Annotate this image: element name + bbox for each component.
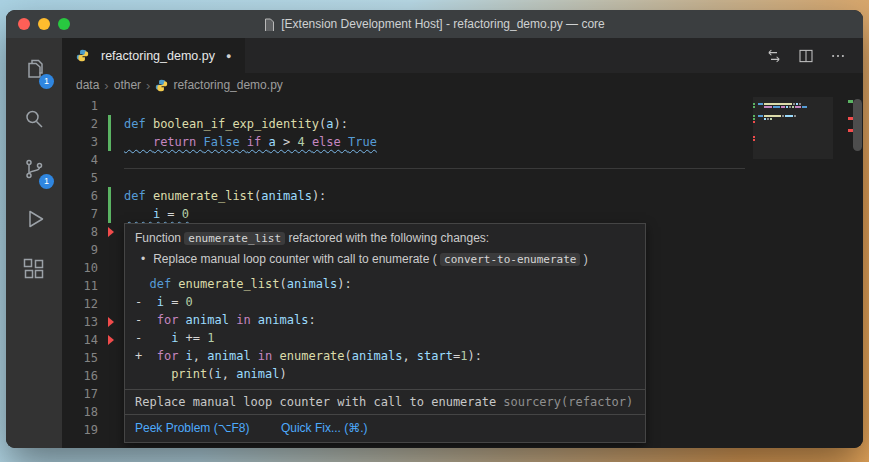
code-token: start [417,349,453,363]
minimap-line [753,109,833,111]
close-button[interactable] [18,18,30,30]
gutter-deleted-indicator[interactable] [106,223,124,241]
code-text[interactable]: def boolean_if_exp_identity(a): [124,115,348,133]
code-token: ( [345,349,352,363]
line-number[interactable]: 15 [62,349,106,367]
minimize-button[interactable] [38,18,50,30]
line-number[interactable]: 10 [62,259,106,277]
code-text[interactable]: def enumerate_list(animals): [124,187,326,205]
code-line[interactable]: 2def boolean_if_exp_identity(a): [62,115,863,133]
code-token: animals [258,313,309,327]
activity-item-source-control[interactable]: 1 [6,144,62,194]
line-number[interactable]: 11 [62,277,106,295]
minimap-line [753,106,833,108]
gutter-spacer [106,169,124,187]
activity-item-explorer[interactable]: 1 [6,44,62,94]
code-token: 1 [207,331,214,345]
modified-dot[interactable]: ● [226,51,231,61]
line-number[interactable]: 7 [62,205,106,223]
code-line[interactable]: 7 i = 0 [62,205,863,223]
scrollbar-thumb[interactable] [853,99,862,151]
minimap-line [753,139,833,141]
gutter-added-indicator[interactable] [106,115,124,133]
minimap-line [753,151,833,153]
line-number[interactable]: 6 [62,187,106,205]
line-number[interactable]: 19 [62,421,106,439]
code-token: a [326,117,333,131]
code-token: , [193,349,207,363]
code-token: - [135,295,157,309]
code-token: def [149,277,178,291]
hover-diff-line: - for animal in animals: [135,311,635,329]
peek-problem-link[interactable]: Peek Problem (⌥F8) [135,421,250,435]
line-number[interactable]: 12 [62,295,106,313]
code-token [124,207,153,221]
code-token: - [135,331,171,345]
code-line[interactable]: 5 [62,169,863,187]
line-number[interactable]: 18 [62,403,106,421]
code-line[interactable]: 3 return False if a > 4 else True [62,133,863,151]
line-number[interactable]: 2 [62,115,106,133]
breadcrumb-item-other[interactable]: other [114,78,141,92]
split-editor-icon[interactable] [797,47,815,65]
line-number[interactable]: 8 [62,223,106,241]
code-token: animal [207,349,258,363]
code-text[interactable]: return False if a > 4 else True [124,133,377,151]
code-token: else [312,135,348,149]
gutter-deleted-indicator[interactable] [106,313,124,331]
code-text[interactable]: i = 0 [124,205,189,223]
minimap-line [753,148,833,150]
minimap-line [753,142,833,144]
activity-item-extensions[interactable] [6,244,62,294]
minimap[interactable] [753,97,833,448]
line-number[interactable]: 1 [62,97,106,115]
minimap-line [753,154,833,156]
code-token: 4 [297,135,311,149]
code-token: i [171,331,185,345]
code-token: , [222,367,236,381]
minimap-line [753,133,833,135]
code-line[interactable]: 4 [62,151,863,169]
code-token [135,277,149,291]
open-changes-icon[interactable] [765,47,783,65]
diagnostic-source: sourcery(refactor) [503,395,633,409]
line-number[interactable]: 16 [62,367,106,385]
quick-fix-link[interactable]: Quick Fix... (⌘.) [281,421,368,435]
line-number[interactable]: 13 [62,313,106,331]
code-token: True [348,135,377,149]
document-proxy-icon [264,18,275,31]
code-token: animals [287,277,338,291]
hover-actions: Peek Problem (⌥F8) Quick Fix... (⌘.) [125,415,645,442]
activity-item-run-debug[interactable] [6,194,62,244]
code-line[interactable]: 6def enumerate_list(animals): [62,187,863,205]
gutter-added-indicator[interactable] [106,187,124,205]
code-line[interactable]: 1 [62,97,863,115]
gutter-added-indicator[interactable] [106,133,124,151]
vscode-window: [Extension Development Host] - refactori… [6,10,863,448]
titlebar[interactable]: [Extension Development Host] - refactori… [6,10,863,38]
line-number[interactable]: 4 [62,151,106,169]
activity-item-search[interactable] [6,94,62,144]
maximize-button[interactable] [58,18,70,30]
diagnostic-row: Replace manual loop counter with call to… [125,390,645,414]
tab-refactoring-demo[interactable]: refactoring_demo.py ● [62,38,245,73]
breadcrumb-item-data[interactable]: data [76,78,99,92]
gutter-deleted-indicator[interactable] [106,331,124,349]
gutter-added-indicator[interactable] [106,205,124,223]
code-token: i [157,295,171,309]
line-number[interactable]: 9 [62,241,106,259]
editor[interactable]: 12def boolean_if_exp_identity(a):3 retur… [62,97,863,448]
code-token: , [402,349,416,363]
line-number[interactable]: 14 [62,331,106,349]
line-number[interactable]: 3 [62,133,106,151]
gutter-spacer [106,277,124,295]
code-token: = [171,295,185,309]
line-number[interactable]: 5 [62,169,106,187]
code-token: ( [280,277,287,291]
line-number[interactable]: 17 [62,385,106,403]
more-actions-icon[interactable] [829,47,847,65]
hover-diff-line: - i += 1 [135,329,635,347]
code-token: return [153,135,204,149]
breadcrumb-item-file[interactable]: refactoring_demo.py [173,78,282,92]
code-token: i [153,207,167,221]
